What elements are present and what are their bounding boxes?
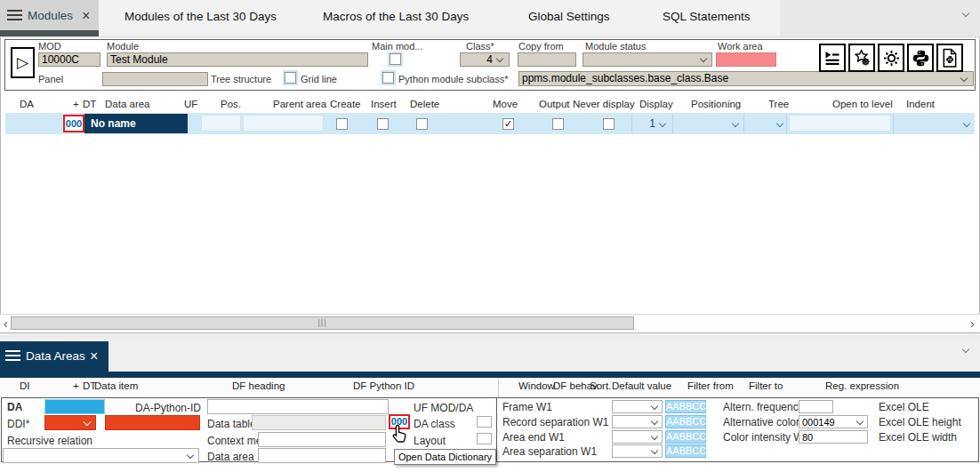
scroll-right-icon[interactable]: › — [970, 317, 975, 330]
record-separation-w1-color-field[interactable]: AABBCC — [665, 415, 706, 428]
scroll-left-icon[interactable]: ‹ — [4, 317, 8, 330]
scrollbar-thumb[interactable]: ||| — [11, 316, 634, 330]
tab-modules-label: Modules — [28, 9, 73, 22]
layout-label: Layout — [414, 435, 446, 447]
row-open-to-level-cell[interactable] — [789, 115, 891, 132]
row-pos-cell[interactable] — [201, 115, 241, 132]
col-da: DA — [20, 99, 34, 109]
panel-field[interactable] — [102, 72, 208, 86]
module-name-field[interactable]: Test Module — [107, 52, 368, 67]
layout-field[interactable] — [477, 433, 492, 444]
data-area-label: Data area — [207, 451, 254, 463]
altern-frequency-label: Altern. frequency — [723, 401, 804, 413]
row-insert-checkbox[interactable] — [377, 118, 389, 130]
col-move: Move — [493, 99, 518, 109]
work-area-field[interactable] — [716, 52, 776, 67]
close-icon[interactable]: × — [90, 350, 98, 363]
row-output-checkbox[interactable] — [552, 118, 564, 130]
row-dt-link[interactable]: 000 — [63, 115, 84, 132]
recursive-relation-label: Recursive relation — [7, 435, 92, 447]
col-data-item: Data item — [94, 380, 138, 391]
settings-button[interactable] — [878, 44, 904, 72]
row-create-checkbox[interactable] — [336, 118, 348, 130]
run-module-button[interactable]: ▷ — [11, 47, 35, 78]
python-subclass-checkbox[interactable] — [382, 72, 394, 84]
col-df-heading: DF heading — [232, 380, 285, 391]
python-icon — [912, 49, 930, 68]
area-separation-w1-color-field[interactable]: AABBCC — [665, 444, 706, 458]
row-move-checkbox[interactable]: ✓ — [502, 118, 514, 130]
python-button[interactable] — [907, 44, 934, 72]
class-label: Class* — [466, 41, 494, 52]
module-status-dropdown[interactable] — [582, 52, 712, 67]
da-field[interactable] — [44, 399, 105, 414]
record-separation-w1-label: Record separation W1 — [502, 416, 608, 428]
frame-w1-label: Frame W1 — [502, 401, 552, 413]
tab-modules-last-30-days[interactable]: Modules of the Last 30 Days — [125, 10, 277, 23]
tree-structure-label: Tree structure — [211, 74, 271, 84]
col-df-python-id: DF Python ID — [353, 380, 414, 391]
copy-from-field[interactable] — [518, 52, 576, 67]
col-tree: Tree — [768, 99, 789, 109]
area-end-w1-color-field[interactable]: AABBCC — [665, 430, 706, 444]
tab-modules[interactable]: Modules × — [0, 0, 99, 31]
uf-mod-da-label: UF MOD/DA — [414, 402, 473, 414]
active-tab-underline — [0, 30, 99, 36]
python-file-button[interactable] — [936, 44, 963, 72]
tab-macros-last-30-days[interactable]: Macros of the Last 30 Days — [323, 10, 469, 23]
recursive-relation-dropdown[interactable] — [3, 448, 199, 463]
col-di: DI — [20, 380, 30, 391]
row-data-area-cell[interactable]: No name — [84, 114, 188, 133]
col-indent: Indent — [906, 99, 935, 109]
add-row-button[interactable]: + — [73, 99, 79, 109]
ddi-field[interactable] — [105, 415, 200, 430]
module-label: Module — [107, 41, 139, 52]
frame-w1-color-field[interactable]: AABBCC — [665, 400, 706, 413]
panel-label: Panel — [38, 74, 63, 84]
col-delete: Delete — [410, 99, 439, 109]
python-subclass-dropdown[interactable]: ppms.module_subclasses.base_class.Base — [518, 71, 974, 86]
row-never-display-checkbox[interactable] — [603, 118, 615, 130]
area-end-w1-label: Area end W1 — [502, 431, 565, 444]
data-table-field[interactable] — [252, 415, 386, 430]
add-row-button[interactable]: + — [73, 380, 79, 391]
row-parent-area-cell[interactable] — [243, 115, 324, 132]
header-divider — [498, 378, 499, 397]
col-uf: UF — [184, 99, 197, 109]
tab-global-settings[interactable]: Global Settings — [528, 10, 610, 23]
tab-data-areas-label: Data Areas — [26, 349, 85, 363]
grid-line-checkbox[interactable] — [285, 72, 296, 84]
module-status-label: Module status — [585, 41, 646, 52]
col-open-to-level: Open to level — [832, 99, 893, 109]
col-positioning: Positioning — [691, 99, 741, 109]
menu-icon[interactable] — [5, 350, 20, 352]
row-display-dropdown[interactable]: 1 — [631, 114, 673, 133]
play-icon: ▷ — [17, 53, 28, 72]
run-with-parameters-button[interactable] — [819, 44, 846, 72]
da-class-label: DA class — [414, 418, 455, 430]
row-delete-checkbox[interactable] — [416, 118, 428, 130]
main-mod-checkbox[interactable] — [390, 53, 401, 65]
gear-icon — [882, 49, 901, 68]
tabstrip-shade — [780, 0, 980, 36]
da-python-id-field[interactable] — [207, 399, 389, 414]
menu-icon[interactable] — [7, 10, 22, 12]
tab-sql-statements[interactable]: SQL Statements — [663, 10, 751, 23]
col-output: Output — [539, 99, 570, 109]
main-mod-label: Main mod... — [372, 41, 422, 52]
close-icon[interactable]: × — [82, 10, 90, 22]
col-create: Create — [330, 99, 361, 109]
color-intensity-field[interactable]: 80 — [799, 430, 868, 444]
da-class-field[interactable] — [477, 416, 492, 428]
tab-data-areas[interactable]: Data Areas × — [0, 341, 108, 372]
work-area-label: Work area — [718, 41, 763, 52]
data-table-label: Data table — [207, 418, 256, 430]
data-area-field[interactable] — [258, 448, 386, 463]
mod-field[interactable]: 10000C — [38, 52, 100, 67]
col-pos: Pos. — [221, 99, 241, 109]
altern-frequency-field[interactable] — [799, 400, 833, 413]
col-window: Window — [518, 380, 555, 391]
star-gear-button[interactable] — [848, 44, 875, 72]
col-reg-expression: Reg. expression — [825, 380, 899, 391]
context-menu-field[interactable] — [258, 432, 386, 447]
